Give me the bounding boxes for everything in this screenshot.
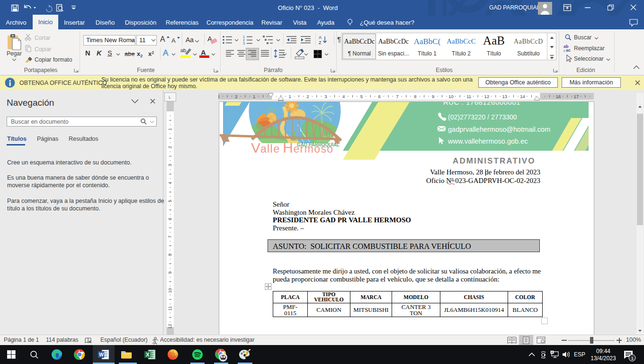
svg-text:12: 12 bbox=[484, 94, 490, 99]
svg-text:1: 1 bbox=[253, 94, 255, 99]
svg-text:4: 4 bbox=[342, 94, 345, 99]
svg-text:1: 1 bbox=[289, 94, 291, 99]
svg-text:W: W bbox=[99, 352, 104, 357]
svg-text:9: 9 bbox=[167, 272, 172, 274]
svg-text:10: 10 bbox=[167, 288, 172, 293]
svg-text:2: 2 bbox=[243, 38, 245, 42]
svg-text:2: 2 bbox=[167, 146, 172, 148]
svg-text:3: 3 bbox=[167, 164, 172, 166]
svg-text:Z: Z bbox=[319, 40, 322, 45]
svg-text:11: 11 bbox=[167, 306, 172, 311]
svg-text:3: 3 bbox=[324, 94, 327, 99]
svg-text:7: 7 bbox=[396, 94, 398, 99]
svg-text:3: 3 bbox=[243, 42, 245, 45]
svg-text:10: 10 bbox=[448, 94, 454, 99]
svg-text:12: 12 bbox=[167, 324, 172, 329]
svg-text:4: 4 bbox=[167, 182, 172, 184]
svg-text:2: 2 bbox=[306, 94, 309, 99]
svg-text:(02)2773220 / 2773300: (02)2773220 / 2773300 bbox=[448, 113, 517, 121]
svg-text:11: 11 bbox=[466, 94, 471, 99]
svg-text:9: 9 bbox=[432, 94, 434, 99]
svg-text:7: 7 bbox=[167, 236, 172, 238]
svg-text:13: 13 bbox=[502, 94, 507, 99]
svg-text:6: 6 bbox=[167, 218, 172, 220]
svg-text:X: X bbox=[146, 352, 150, 357]
svg-text:www.vallehermoso.gob.ec: www.vallehermoso.gob.ec bbox=[447, 137, 528, 145]
svg-text:5: 5 bbox=[167, 200, 172, 202]
svg-text:RUC : 1768126000001: RUC : 1768126000001 bbox=[443, 102, 520, 106]
svg-text:ac: ac bbox=[566, 48, 571, 52]
svg-text:3: 3 bbox=[218, 94, 220, 99]
svg-text:1: 1 bbox=[631, 355, 634, 361]
svg-text:gadprvallehermoso@hotmail.com: gadprvallehermoso@hotmail.com bbox=[448, 126, 550, 133]
svg-text:14: 14 bbox=[520, 94, 525, 99]
svg-text:1: 1 bbox=[243, 35, 245, 38]
svg-text:1: 1 bbox=[167, 128, 172, 130]
svg-text:5: 5 bbox=[360, 94, 363, 99]
svg-text:8: 8 bbox=[167, 254, 172, 256]
svg-text:6: 6 bbox=[378, 94, 381, 99]
svg-text:8: 8 bbox=[414, 94, 416, 99]
svg-text:16: 16 bbox=[556, 94, 561, 99]
svg-text:17: 17 bbox=[574, 94, 579, 99]
svg-text:A: A bbox=[319, 35, 322, 40]
svg-text:2: 2 bbox=[235, 94, 237, 99]
